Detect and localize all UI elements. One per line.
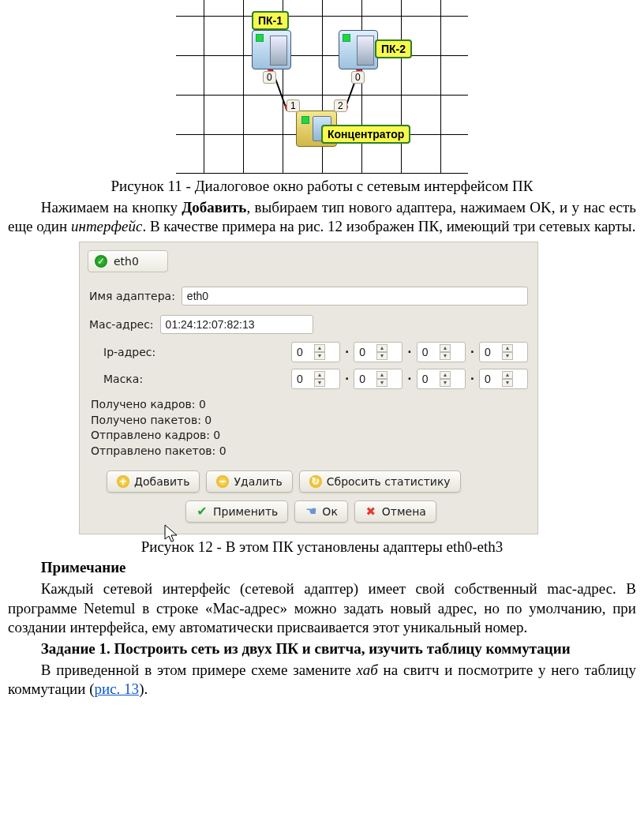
- label-hub: Концентратор: [321, 125, 410, 144]
- note-paragraph: Каждый сетевой интерфейс (сетевой адапте…: [8, 579, 636, 638]
- refresh-icon: ↻: [309, 475, 322, 488]
- delete-button[interactable]: − Удалить: [206, 470, 292, 493]
- ok-button[interactable]: ☚ Ок: [294, 500, 347, 523]
- text: Нажимаем на кнопку: [41, 199, 182, 216]
- text-italic: хаб: [356, 662, 383, 678]
- minus-icon: −: [216, 475, 229, 488]
- ip-octet-4[interactable]: 0▴▾: [479, 342, 528, 362]
- label-pc2: ПК-2: [375, 39, 412, 58]
- label-mask: Маска:: [103, 372, 176, 386]
- label-pc1: ПК-1: [252, 11, 289, 30]
- stat-tx-frames: Отправлено кадров: 0: [91, 428, 526, 444]
- text: . В качестве примера на рис. 12 изображе…: [142, 218, 635, 234]
- cancel-button[interactable]: ✖ Отмена: [354, 500, 436, 523]
- task-paragraph: В приведенной в этом примере схеме замен…: [8, 661, 636, 699]
- port-label-1: 1: [286, 99, 300, 112]
- paragraph-1: Нажимаем на кнопку Добавить, выбираем ти…: [8, 198, 636, 237]
- text-bold: Добавить: [182, 199, 246, 216]
- stat-rx-frames: Получено кадров: 0: [91, 397, 526, 413]
- ip-octet-3[interactable]: 0▴▾: [417, 342, 466, 362]
- mask-octet-1[interactable]: 0▴▾: [291, 369, 340, 389]
- input-adapter-name[interactable]: eth0: [182, 287, 528, 306]
- ip-octet-2[interactable]: 0▴▾: [354, 342, 402, 362]
- plus-icon: +: [117, 475, 129, 488]
- text: ).: [139, 680, 148, 697]
- input-mac[interactable]: 01:24:12:07:82:13: [160, 315, 313, 334]
- port-label-0a: 0: [263, 71, 276, 84]
- btn-label: Применить: [213, 505, 278, 518]
- cancel-icon: ✖: [365, 505, 377, 518]
- btn-label: Сбросить статистику: [327, 475, 451, 488]
- grid-background: [176, 0, 468, 174]
- figure-13-link[interactable]: рис. 13: [95, 680, 140, 697]
- mask-octet-3[interactable]: 0▴▾: [417, 369, 466, 389]
- tab-eth0[interactable]: ✓ eth0: [88, 250, 168, 272]
- text-italic: интерфейс: [71, 218, 142, 234]
- task-heading: Задание 1. Построить сеть из двух ПК и с…: [8, 639, 636, 659]
- apply-button[interactable]: ✔ Применить: [185, 500, 288, 523]
- check-icon: ✓: [95, 255, 107, 268]
- node-pc-2: [339, 30, 378, 69]
- label-ip: Ip-адрес:: [103, 345, 176, 359]
- stat-tx-packets: Отправлено пакетов: 0: [91, 444, 526, 459]
- reset-stats-button[interactable]: ↻ Сбросить статистику: [299, 470, 461, 493]
- node-pc-1: [252, 30, 291, 69]
- mask-octet-4[interactable]: 0▴▾: [479, 369, 528, 389]
- btn-label: Добавить: [134, 475, 189, 488]
- label-mac: Mac-адрес:: [89, 317, 154, 332]
- label-adapter-name: Имя адаптера:: [89, 289, 175, 303]
- tab-label: eth0: [114, 254, 139, 268]
- mask-octet-2[interactable]: 0▴▾: [354, 369, 402, 389]
- ok-icon: ☚: [305, 505, 317, 518]
- figure-12-caption: Рисунок 12 - В этом ПК установлены адапт…: [8, 538, 636, 557]
- figure-11-network-diagram: ПК-1 ПК-2 Концентратор 0 0 1 2: [176, 0, 468, 174]
- add-button[interactable]: + Добавить: [107, 470, 200, 493]
- text: В приведенной в этом примере схеме замен…: [41, 662, 357, 678]
- check-icon: ✔: [196, 505, 208, 518]
- ip-octet-1[interactable]: 0▴▾: [291, 342, 340, 362]
- btn-label: Удалить: [234, 475, 282, 488]
- figure-11-caption: Рисунок 11 - Диалоговое окно работы с се…: [8, 177, 636, 197]
- note-heading: Примечание: [8, 558, 636, 578]
- port-label-2: 2: [334, 99, 347, 112]
- stat-rx-packets: Получено пакетов: 0: [91, 413, 526, 429]
- btn-label: Ок: [322, 505, 337, 518]
- figure-12-dialog: ✓ eth0 Имя адаптера: eth0 Mac-адрес: 01:…: [79, 242, 538, 534]
- stats-block: Получено кадров: 0 Получено пакетов: 0 О…: [80, 392, 537, 462]
- port-label-0b: 0: [351, 71, 365, 84]
- btn-label: Отмена: [382, 505, 426, 518]
